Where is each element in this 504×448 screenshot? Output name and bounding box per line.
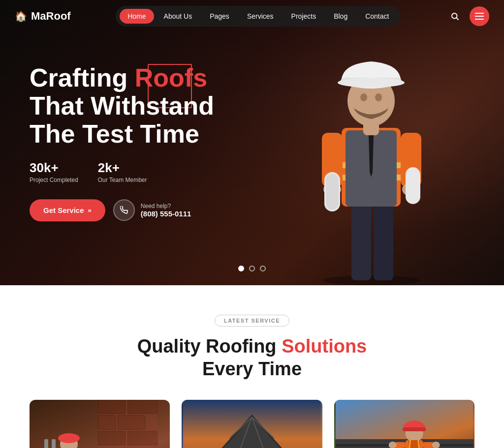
get-service-button[interactable]: Get Service » — [30, 199, 105, 221]
svg-rect-2 — [374, 197, 393, 280]
hero-title: Crafting Roofs That Withstand The Test T… — [30, 64, 214, 149]
need-help-label: Need help? — [141, 203, 191, 209]
section-badge: LATEST SERVICE — [215, 315, 289, 327]
stat-projects-label: Project Completed — [30, 177, 78, 183]
stat-projects-number: 30k+ — [30, 160, 78, 176]
nav-pages[interactable]: Pages — [202, 9, 237, 24]
svg-rect-38 — [98, 400, 126, 414]
svg-rect-14 — [406, 167, 420, 204]
svg-rect-41 — [118, 416, 145, 429]
logo-icon: 🏠 — [15, 10, 27, 22]
slide-dot-3[interactable] — [260, 266, 266, 271]
services-section: LATEST SERVICE Quality Roofing Solutions… — [0, 285, 504, 448]
hamburger-icon — [475, 13, 484, 20]
section-title-highlight: Solutions — [282, 336, 367, 357]
hero-section: 🏠 MaRoof Home About Us Pages Services Pr… — [0, 0, 504, 285]
svg-point-22 — [452, 13, 457, 19]
svg-rect-13 — [326, 174, 339, 210]
hero-title-line2: That Withstand — [30, 91, 214, 120]
hero-actions: Get Service » Need help? (808) 555-0111 — [30, 199, 214, 221]
svg-rect-1 — [351, 197, 371, 280]
phone-symbol — [120, 206, 128, 214]
nav-home[interactable]: Home — [120, 9, 154, 24]
hero-stats: 30k+ Project Completed 2k+ Our Team Memb… — [30, 160, 214, 183]
search-icon — [450, 12, 459, 21]
stat-team: 2k+ Our Team Member — [98, 160, 147, 183]
svg-rect-32 — [52, 439, 56, 448]
svg-rect-40 — [98, 416, 116, 429]
service-card-3[interactable] — [334, 400, 474, 448]
get-service-label: Get Service — [43, 206, 84, 214]
service-card-2[interactable] — [182, 400, 322, 448]
navbar: 🏠 MaRoof Home About Us Pages Services Pr… — [0, 0, 504, 32]
hero-worker-figure — [278, 30, 465, 285]
stat-team-number: 2k+ — [98, 160, 147, 176]
services-grid — [30, 400, 474, 448]
stat-team-label: Our Team Member — [98, 177, 147, 183]
service-card-1[interactable] — [30, 400, 170, 448]
nav-about[interactable]: About Us — [156, 9, 200, 24]
search-button[interactable] — [446, 7, 464, 25]
nav-projects[interactable]: Projects — [284, 9, 324, 24]
hamburger-button[interactable] — [470, 6, 489, 26]
slide-dot-2[interactable] — [249, 266, 255, 271]
svg-rect-43 — [128, 431, 158, 445]
svg-rect-42 — [98, 431, 126, 445]
nav-services[interactable]: Services — [239, 9, 282, 24]
section-title-part2: Every Time — [202, 358, 302, 379]
hero-content: Crafting Roofs That Withstand The Test T… — [30, 64, 214, 221]
svg-point-21 — [338, 78, 405, 88]
logo-text: MaRoof — [31, 10, 71, 23]
phone-action: Need help? (808) 555-0111 — [113, 199, 191, 221]
svg-point-18 — [375, 93, 382, 101]
nav-blog[interactable]: Blog — [326, 9, 355, 24]
svg-point-0 — [322, 275, 420, 285]
chevron-right-icon: » — [88, 207, 92, 214]
slide-dot-1[interactable] — [238, 266, 244, 271]
hero-title-part1: Crafting — [30, 63, 135, 92]
hero-dots — [238, 266, 266, 271]
nav-links: Home About Us Pages Services Projects Bl… — [116, 6, 401, 27]
nav-contact[interactable]: Contact — [357, 9, 397, 24]
section-title: Quality Roofing Solutions Every Time — [30, 335, 474, 380]
phone-number: (808) 555-0111 — [141, 209, 191, 218]
hero-title-line3: The Test Time — [30, 120, 199, 149]
hero-title-highlight: Roofs — [135, 63, 207, 92]
svg-rect-39 — [128, 400, 158, 414]
svg-point-30 — [58, 433, 80, 443]
svg-line-23 — [456, 18, 458, 20]
phone-icon[interactable] — [113, 199, 135, 221]
nav-actions — [446, 6, 489, 26]
svg-rect-31 — [44, 439, 48, 448]
stat-projects: 30k+ Project Completed — [30, 160, 78, 183]
section-title-part1: Quality Roofing — [137, 336, 282, 357]
svg-point-17 — [360, 93, 367, 101]
logo[interactable]: 🏠 MaRoof — [15, 10, 71, 23]
svg-rect-68 — [402, 427, 426, 431]
phone-text: Need help? (808) 555-0111 — [141, 203, 191, 218]
